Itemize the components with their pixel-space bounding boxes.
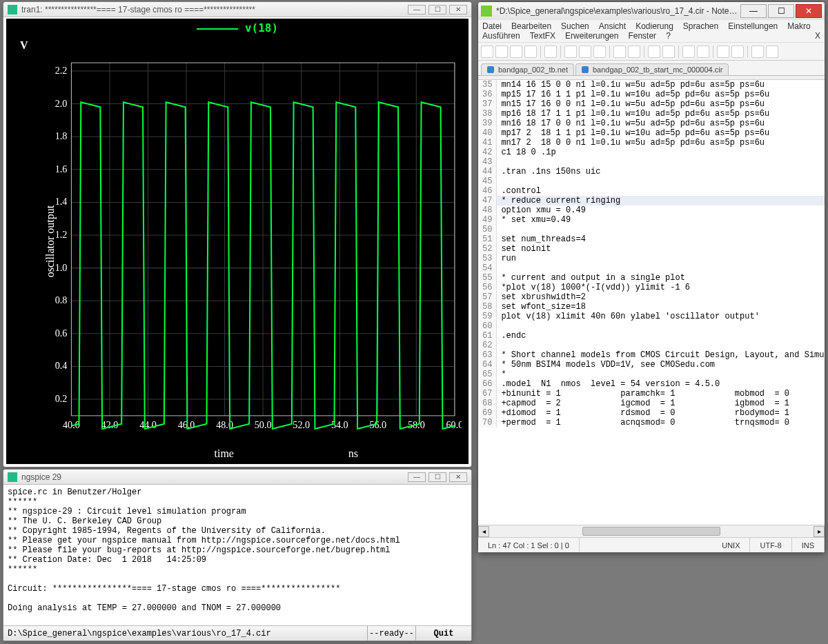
zoom-in-icon[interactable] <box>682 46 695 58</box>
close-button[interactable]: ✕ <box>796 4 822 18</box>
code-line[interactable]: * set xmu=0.49 <box>497 215 825 225</box>
code-line[interactable]: run <box>497 254 825 263</box>
menu-bearbeiten[interactable]: Bearbeiten <box>511 21 551 31</box>
close-button[interactable]: ✕ <box>449 472 467 482</box>
scroll-right-icon[interactable]: ▸ <box>814 526 825 537</box>
tab-bandgap_002_tb.net[interactable]: bandgap_002_tb.net <box>481 63 574 75</box>
macro-record-icon[interactable] <box>751 46 764 58</box>
code-line[interactable]: mp17 2 18 1 1 p1 l=0.1u w=10u ad=5p pd=6… <box>497 128 825 138</box>
redo-icon[interactable] <box>628 46 640 58</box>
menu-erweiterungen[interactable]: Erweiterungen <box>565 31 618 41</box>
code-line[interactable]: +diomod = 1 rdsmod = 0 rbodymod= 1 <box>497 408 825 418</box>
menu-suchen[interactable]: Suchen <box>561 21 589 31</box>
code-line[interactable] <box>497 225 825 234</box>
zoom-out-icon[interactable] <box>697 46 709 58</box>
code-line[interactable]: plot v(18) xlimit 40n 60n ylabel 'oscill… <box>497 312 825 321</box>
menu-ansicht[interactable]: Ansicht <box>599 21 626 31</box>
minimize-button[interactable]: — <box>740 4 767 18</box>
menu-fenster[interactable]: Fenster <box>628 31 656 41</box>
maximize-button[interactable]: ☐ <box>768 4 794 18</box>
minimize-button[interactable]: — <box>408 5 426 14</box>
save-icon[interactable] <box>510 46 522 58</box>
code-line[interactable]: c1 18 0 .1p <box>497 148 825 157</box>
code-line[interactable]: .model N1 nmos level = 54 version = 4.5.… <box>497 379 825 389</box>
line-number: 42 <box>478 148 497 157</box>
code-line[interactable]: set noinit <box>497 244 825 254</box>
code-line[interactable]: mn14 16 15 0 0 n1 l=0.1u w=5u ad=5p pd=6… <box>497 80 825 90</box>
console-titlebar[interactable]: ngspice 29 — ☐ ✕ <box>3 470 471 485</box>
plot-titlebar[interactable]: tran1: ****************==== 17-stage cmo… <box>3 2 471 17</box>
close-button[interactable]: ✕ <box>449 5 467 14</box>
menu-makro[interactable]: Makro <box>787 21 810 31</box>
menu-datei[interactable]: Datei <box>482 21 502 31</box>
code-line[interactable]: *plot v(18) 1000*(-I(vdd)) ylimit -1 6 <box>497 283 825 292</box>
code-line[interactable]: set wfont_size=18 <box>497 302 825 312</box>
console-output[interactable]: spice.rc in Benutzer/Holger ****** ** ng… <box>3 485 471 625</box>
code-line[interactable]: * reduce current ringing <box>497 196 825 205</box>
scroll-left-icon[interactable]: ◂ <box>478 526 489 537</box>
wrap-icon[interactable] <box>717 46 729 58</box>
code-line[interactable]: mn15 17 16 0 0 n1 l=0.1u w=5u ad=5p pd=6… <box>497 99 825 109</box>
menu-?[interactable]: ? <box>666 31 671 41</box>
file-modified-icon <box>582 66 589 73</box>
code-line[interactable]: .endc <box>497 331 825 341</box>
maximize-button[interactable]: ☐ <box>428 5 446 14</box>
open-file-icon[interactable] <box>495 46 508 58</box>
code-line[interactable]: .control <box>497 186 825 196</box>
menu-ausführen[interactable]: Ausführen <box>482 31 520 41</box>
tab-bandgap_002_tb_start_mc_000004.cir[interactable]: bandgap_002_tb_start_mc_000004.cir <box>575 63 729 75</box>
npp-status-enc: UTF-8 <box>750 538 791 552</box>
print-icon[interactable] <box>544 46 557 58</box>
code-line[interactable] <box>497 157 825 167</box>
code-line[interactable]: mp15 17 16 1 1 p1 l=0.1u w=10u ad=5p pd=… <box>497 90 825 99</box>
code-line[interactable]: mn17 2 18 0 0 n1 l=0.1u w=5u ad=5p pd=6u… <box>497 138 825 148</box>
code-line[interactable]: * Short channel models from CMOS Circuit… <box>497 350 825 360</box>
code-line[interactable]: mn16 18 17 0 0 n1 l=0.1u w=5u ad=5p pd=6… <box>497 119 825 128</box>
line-number: 45 <box>478 177 497 186</box>
maximize-button[interactable]: ☐ <box>428 472 446 482</box>
code-line[interactable] <box>497 341 825 350</box>
code-line[interactable] <box>497 177 825 186</box>
code-line[interactable]: .tran .1ns 150ns uic <box>497 167 825 177</box>
code-line[interactable]: * <box>497 370 825 379</box>
line-number: 68 <box>478 399 497 408</box>
replace-icon[interactable] <box>662 46 675 58</box>
menu-textfx[interactable]: TextFX <box>530 31 555 41</box>
line-number: 54 <box>478 263 497 273</box>
find-icon[interactable] <box>648 46 660 58</box>
code-line[interactable]: +capmod = 2 igcmod = 1 igbmod = 1 <box>497 399 825 408</box>
code-line[interactable]: * current and output in a single plot <box>497 273 825 283</box>
menu-close-doc[interactable]: X <box>815 31 820 41</box>
minimize-button[interactable]: — <box>408 472 426 482</box>
menu-kodierung[interactable]: Kodierung <box>635 21 673 31</box>
line-number: 66 <box>478 379 497 389</box>
code-line[interactable] <box>497 321 825 331</box>
menu-einstellungen[interactable]: Einstellungen <box>728 21 778 31</box>
code-line[interactable] <box>497 263 825 273</box>
undo-icon[interactable] <box>613 46 626 58</box>
code-line[interactable]: +binunit = 1 paramchk= 1 mobmod = 0 <box>497 389 825 399</box>
tab-label: bandgap_002_tb_start_mc_000004.cir <box>593 66 722 74</box>
macro-play-icon[interactable] <box>766 46 778 58</box>
svg-text:50.0: 50.0 <box>255 419 272 430</box>
code-line[interactable]: option xmu = 0.49 <box>497 205 825 215</box>
code-line[interactable]: mp16 18 17 1 1 p1 l=0.1u w=10u ad=5p pd=… <box>497 109 825 119</box>
show-all-icon[interactable] <box>731 46 744 58</box>
new-file-icon[interactable] <box>481 46 493 58</box>
npp-titlebar[interactable]: *D:\Spice_general\ngspice\examples\vario… <box>478 2 825 20</box>
code-line[interactable]: set xbrushwidth=2 <box>497 292 825 302</box>
code-line[interactable]: +permod = 1 acnqsmod= 0 trnqsmod= 0 <box>497 418 825 427</box>
cut-icon[interactable] <box>564 46 577 58</box>
code-line[interactable]: set num_threads=4 <box>497 234 825 244</box>
save-all-icon[interactable] <box>524 46 537 58</box>
menu-sprachen[interactable]: Sprachen <box>683 21 718 31</box>
code-line[interactable]: * 50nm BSIM4 models VDD=1V, see CMOSedu.… <box>497 360 825 370</box>
paste-icon[interactable] <box>593 46 606 58</box>
line-number: 46 <box>478 186 497 196</box>
npp-statusbar: Ln : 47 Col : 1 Sel : 0 | 0 UNIX UTF-8 I… <box>478 537 825 552</box>
quit-button[interactable]: Quit <box>416 626 471 641</box>
npp-horizontal-scrollbar[interactable]: ◂ ▸ <box>478 525 825 537</box>
scroll-thumb[interactable] <box>582 527 720 536</box>
npp-editor[interactable]: 35mn14 16 15 0 0 n1 l=0.1u w=5u ad=5p pd… <box>478 79 825 525</box>
copy-icon[interactable] <box>579 46 591 58</box>
